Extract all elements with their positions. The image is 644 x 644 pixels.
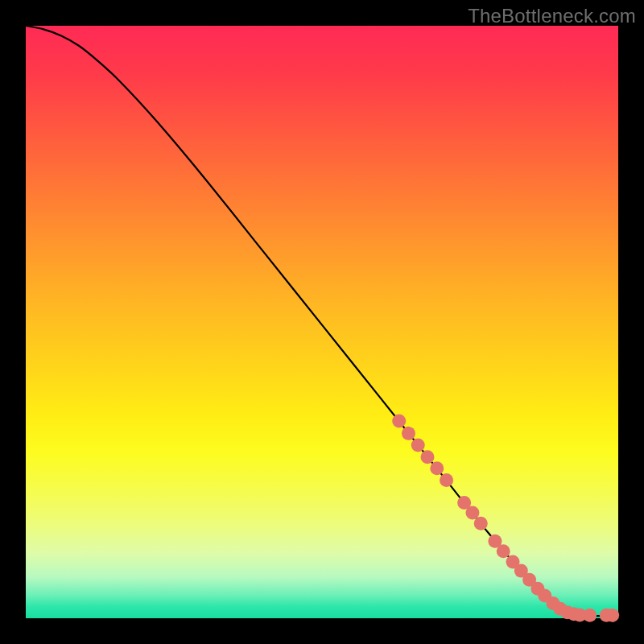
highlight-marker: [402, 427, 415, 440]
highlight-marker: [465, 506, 479, 519]
highlight-marker: [497, 544, 510, 558]
highlight-marker: [605, 609, 619, 622]
highlight-marker: [474, 517, 488, 530]
highlight-marker: [392, 414, 406, 427]
chart-frame: TheBottleneck.com: [0, 0, 644, 644]
highlight-marker: [583, 609, 597, 622]
watermark-text: TheBottleneck.com: [468, 5, 636, 27]
chart-svg: [26, 26, 618, 618]
highlight-marker: [411, 439, 425, 452]
highlight-markers: [392, 414, 619, 621]
highlight-marker: [421, 450, 435, 464]
bottleneck-curve: [26, 26, 618, 616]
highlight-marker: [430, 461, 444, 475]
highlight-marker: [440, 473, 453, 487]
